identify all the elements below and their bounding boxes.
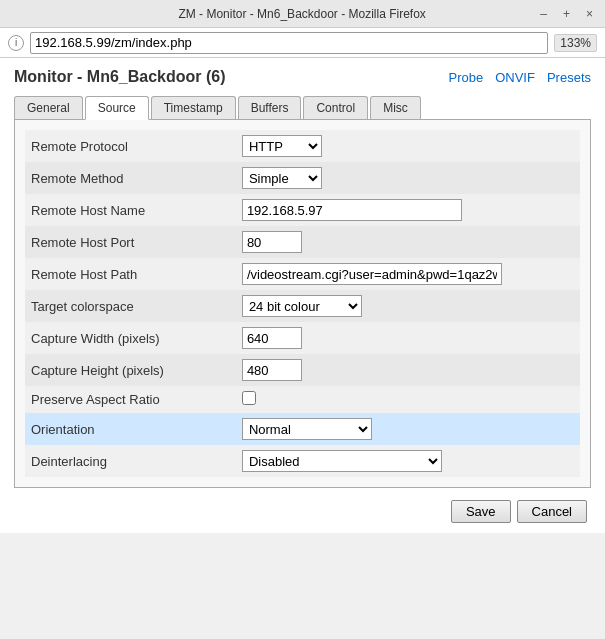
select-remote-method[interactable]: Simple Regexp: [242, 167, 322, 189]
label-capture-height: Capture Height (pixels): [25, 354, 236, 386]
close-button[interactable]: ×: [582, 7, 597, 21]
tab-general[interactable]: General: [14, 96, 83, 119]
browser-window-controls[interactable]: – + ×: [536, 7, 597, 21]
select-target-colorspace[interactable]: 24 bit colour 32 bit colour 8 bit grey: [242, 295, 362, 317]
page-content: Monitor - Mn6_Backdoor (6) Probe ONVIF P…: [0, 58, 605, 533]
zoom-level[interactable]: 133%: [554, 34, 597, 52]
row-remote-host-name: Remote Host Name: [25, 194, 580, 226]
row-remote-host-path: Remote Host Path: [25, 258, 580, 290]
label-remote-host-port: Remote Host Port: [25, 226, 236, 258]
input-remote-host-path[interactable]: [242, 263, 502, 285]
tab-misc[interactable]: Misc: [370, 96, 421, 119]
input-capture-width[interactable]: [242, 327, 302, 349]
input-remote-host-name[interactable]: [242, 199, 462, 221]
onvif-link[interactable]: ONVIF: [495, 70, 535, 85]
info-icon[interactable]: i: [8, 35, 24, 51]
label-remote-host-name: Remote Host Name: [25, 194, 236, 226]
label-remote-method: Remote Method: [25, 162, 236, 194]
minimize-button[interactable]: –: [536, 7, 551, 21]
address-input[interactable]: [30, 32, 548, 54]
tab-control[interactable]: Control: [303, 96, 368, 119]
input-capture-height[interactable]: [242, 359, 302, 381]
row-deinterlacing: Deinterlacing Disabled Enabled: [25, 445, 580, 477]
tab-source[interactable]: Source: [85, 96, 149, 120]
save-button[interactable]: Save: [451, 500, 511, 523]
form-section: Remote Protocol HTTP HTTPS RTSP Remote M…: [14, 120, 591, 488]
header-links: Probe ONVIF Presets: [448, 70, 591, 85]
label-deinterlacing: Deinterlacing: [25, 445, 236, 477]
probe-link[interactable]: Probe: [448, 70, 483, 85]
tab-bar: General Source Timestamp Buffers Control…: [14, 96, 591, 120]
select-orientation[interactable]: Normal Rotate Right Rotate Left Flip Hor…: [242, 418, 372, 440]
tab-timestamp[interactable]: Timestamp: [151, 96, 236, 119]
tab-buffers[interactable]: Buffers: [238, 96, 302, 119]
maximize-button[interactable]: +: [559, 7, 574, 21]
row-remote-host-port: Remote Host Port: [25, 226, 580, 258]
page-header: Monitor - Mn6_Backdoor (6) Probe ONVIF P…: [14, 68, 591, 86]
form-buttons: Save Cancel: [14, 500, 591, 523]
select-remote-protocol[interactable]: HTTP HTTPS RTSP: [242, 135, 322, 157]
cancel-button[interactable]: Cancel: [517, 500, 587, 523]
input-remote-host-port[interactable]: [242, 231, 302, 253]
row-orientation: Orientation Normal Rotate Right Rotate L…: [25, 413, 580, 445]
label-target-colorspace: Target colorspace: [25, 290, 236, 322]
page-title: Monitor - Mn6_Backdoor (6): [14, 68, 226, 86]
row-capture-height: Capture Height (pixels): [25, 354, 580, 386]
form-table: Remote Protocol HTTP HTTPS RTSP Remote M…: [25, 130, 580, 477]
address-bar: i 133%: [0, 28, 605, 58]
label-remote-host-path: Remote Host Path: [25, 258, 236, 290]
label-preserve-aspect: Preserve Aspect Ratio: [25, 386, 236, 413]
label-remote-protocol: Remote Protocol: [25, 130, 236, 162]
checkbox-preserve-aspect[interactable]: [242, 391, 256, 405]
select-deinterlacing[interactable]: Disabled Enabled: [242, 450, 442, 472]
presets-link[interactable]: Presets: [547, 70, 591, 85]
row-remote-method: Remote Method Simple Regexp: [25, 162, 580, 194]
browser-titlebar: ZM - Monitor - Mn6_Backdoor - Mozilla Fi…: [0, 0, 605, 28]
label-capture-width: Capture Width (pixels): [25, 322, 236, 354]
browser-title: ZM - Monitor - Mn6_Backdoor - Mozilla Fi…: [68, 7, 536, 21]
label-orientation: Orientation: [25, 413, 236, 445]
row-preserve-aspect: Preserve Aspect Ratio: [25, 386, 580, 413]
row-target-colorspace: Target colorspace 24 bit colour 32 bit c…: [25, 290, 580, 322]
row-remote-protocol: Remote Protocol HTTP HTTPS RTSP: [25, 130, 580, 162]
row-capture-width: Capture Width (pixels): [25, 322, 580, 354]
